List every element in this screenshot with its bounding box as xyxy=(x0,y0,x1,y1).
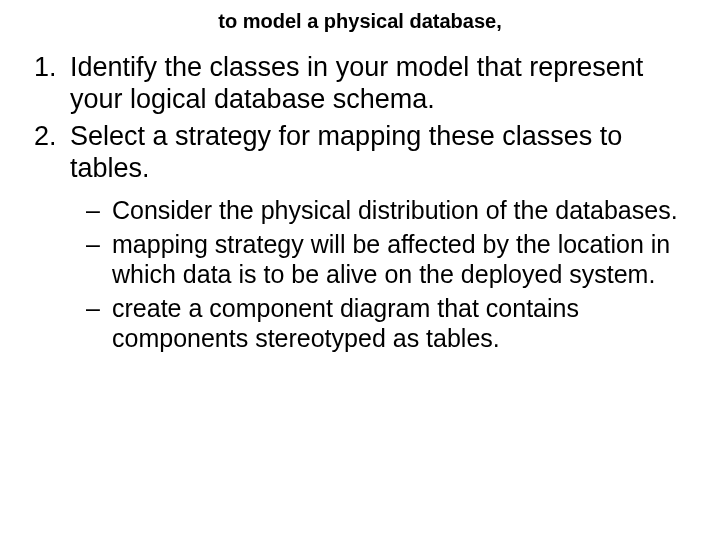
list-item: Identify the classes in your model that … xyxy=(64,51,690,116)
list-item: mapping strategy will be affected by the… xyxy=(86,229,690,289)
list-item: Select a strategy for mapping these clas… xyxy=(64,120,690,185)
list-item: Consider the physical distribution of th… xyxy=(86,195,690,225)
main-list: Identify the classes in your model that … xyxy=(30,51,690,185)
slide-title: to model a physical database, xyxy=(30,10,690,33)
slide: to model a physical database, Identify t… xyxy=(0,0,720,540)
list-item: create a component diagram that contains… xyxy=(86,293,690,353)
sub-list: Consider the physical distribution of th… xyxy=(30,195,690,353)
